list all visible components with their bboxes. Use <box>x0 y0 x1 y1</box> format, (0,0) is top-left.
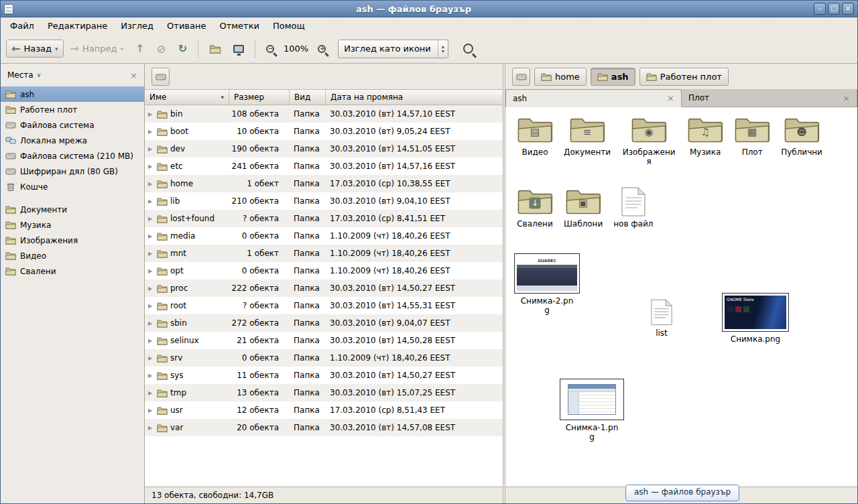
column-header-modified[interactable]: Дата на промяна <box>326 90 503 105</box>
expander-icon[interactable] <box>148 181 154 187</box>
sidebar-place-item[interactable]: Работен плот <box>1 102 144 117</box>
expander-icon[interactable] <box>148 390 154 396</box>
sidebar-place-item[interactable]: Музика <box>1 217 144 233</box>
search-button[interactable] <box>458 40 479 58</box>
expander-icon[interactable] <box>148 338 154 344</box>
tab-ash[interactable]: ash × <box>505 89 682 107</box>
file-snimka-1[interactable]: Снимка-1.png <box>555 379 629 442</box>
back-button[interactable]: ← Назад ▾ <box>6 40 64 58</box>
column-header-type[interactable]: Вид <box>290 90 326 105</box>
up-button[interactable]: ↑ <box>130 40 149 58</box>
column-header-size[interactable]: Размер <box>229 90 290 105</box>
table-row[interactable]: etc 241 обекта Папка 30.03.2010 (вт) 14,… <box>145 158 503 175</box>
table-row[interactable]: selinux 21 обекта Папка 30.03.2010 (вт) … <box>145 332 503 349</box>
expander-icon[interactable] <box>148 111 154 117</box>
sidebar-mode-caret-icon[interactable]: ∨ <box>37 72 42 78</box>
sidebar-place-item[interactable]: Изображения <box>1 233 144 248</box>
back-history-chevron-icon[interactable]: ▾ <box>55 46 58 52</box>
sidebar-place-item[interactable]: Свалени <box>1 263 144 279</box>
menu-item[interactable]: Отиване <box>160 19 212 33</box>
table-row[interactable]: media 0 обекта Папка 1.10.2009 (чт) 18,4… <box>145 227 503 245</box>
expander-icon[interactable] <box>148 146 154 152</box>
forward-button[interactable]: → Напред ▾ <box>65 40 129 58</box>
folder-item[interactable]: ▣ Шаблони <box>560 187 606 229</box>
column-header-name[interactable]: Име ▾ <box>145 90 229 105</box>
folder-item[interactable]: нов файл <box>610 187 656 229</box>
menu-item[interactable]: Редактиране <box>41 19 114 33</box>
file-snimka[interactable]: GNOME Store Снимка.png <box>719 293 792 344</box>
folder-item[interactable]: ♫ Музика <box>684 115 727 157</box>
zoom-out-button[interactable]: − <box>261 41 280 57</box>
file-list-item[interactable]: list <box>625 299 698 338</box>
expander-icon[interactable] <box>148 216 154 222</box>
table-row[interactable]: var 20 обекта Папка 30.03.2010 (вт) 14,5… <box>145 419 503 436</box>
expander-icon[interactable] <box>148 251 154 257</box>
expander-icon[interactable] <box>148 268 154 274</box>
folder-item[interactable]: ◉ Изображения <box>618 115 680 167</box>
table-row[interactable]: lost+found ? обекта Папка 17.03.2010 (ср… <box>145 210 503 227</box>
sidebar-place-item[interactable]: Шифриран дял (80 GB) <box>1 164 144 179</box>
expander-icon[interactable] <box>148 286 154 292</box>
expander-icon[interactable] <box>148 355 154 361</box>
stop-button[interactable]: ⊘ <box>151 40 171 58</box>
table-row[interactable]: dev 190 обекта Папка 30.03.2010 (вт) 14,… <box>145 140 503 158</box>
expander-icon[interactable] <box>148 407 154 414</box>
expander-icon[interactable] <box>148 303 154 309</box>
menu-item[interactable]: Изглед <box>114 19 160 33</box>
path-crumb-button[interactable]: ash <box>591 68 635 86</box>
computer-button[interactable] <box>228 41 249 57</box>
sidebar-place-item[interactable]: Документи <box>1 202 144 217</box>
reload-button[interactable]: ↻ <box>173 40 192 58</box>
menu-item[interactable]: Помощ <box>266 19 312 33</box>
tab-close-icon[interactable]: × <box>843 93 850 103</box>
menu-item[interactable]: Файл <box>3 19 41 33</box>
folder-item[interactable]: ☻ Публични <box>778 115 826 157</box>
expander-icon[interactable] <box>148 198 154 204</box>
table-row[interactable]: boot 10 обекта Папка 30.03.2010 (вт) 9,0… <box>145 123 503 140</box>
table-row[interactable]: lib 210 обекта Папка 30.03.2010 (вт) 9,0… <box>145 192 503 210</box>
root-location-button[interactable] <box>512 68 530 86</box>
zoom-in-button[interactable]: + <box>312 41 331 57</box>
folder-item[interactable]: ▤ Видео <box>513 115 556 157</box>
sidebar-place-item[interactable]: Файлова система (210 MB) <box>1 148 144 164</box>
sidebar-place-item[interactable]: Файлова система <box>1 117 144 133</box>
minimize-button[interactable]: – <box>814 3 826 15</box>
path-crumb-button[interactable]: home <box>534 68 587 86</box>
close-button[interactable]: × <box>842 3 854 15</box>
folder-item[interactable]: ↓ Свалени <box>513 187 556 229</box>
folder-item[interactable]: ▦ Плот <box>731 115 774 157</box>
file-snimka-2[interactable]: GUADEC Снимка-2.png <box>510 253 584 316</box>
view-mode-select[interactable]: Изглед като икони ▴▾ <box>338 40 448 58</box>
sidebar-place-item[interactable]: ash <box>1 86 144 102</box>
table-row[interactable]: srv 0 обекта Папка 1.10.2009 (чт) 18,40,… <box>145 349 503 367</box>
menu-item[interactable]: Отметки <box>212 19 265 33</box>
home-button[interactable] <box>204 40 227 58</box>
table-row[interactable]: mnt 1 обект Папка 1.10.2009 (чт) 18,40,2… <box>145 245 503 262</box>
tab-plot[interactable]: Плот × <box>682 89 857 107</box>
table-row[interactable]: tmp 13 обекта Папка 30.03.2010 (вт) 15,0… <box>145 384 503 401</box>
folder-item[interactable]: ≡ Документи <box>560 115 614 157</box>
sidebar-place-item[interactable]: Видео <box>1 248 144 263</box>
tab-close-icon[interactable]: × <box>667 93 674 103</box>
expander-icon[interactable] <box>148 373 154 379</box>
expander-icon[interactable] <box>148 320 154 326</box>
table-row[interactable]: usr 12 обекта Папка 17.03.2010 (ср) 8,51… <box>145 401 503 419</box>
path-crumb-button[interactable]: Работен плот <box>639 68 729 86</box>
root-location-button[interactable] <box>151 68 170 86</box>
table-row[interactable]: sbin 272 обекта Папка 30.03.2010 (вт) 9,… <box>145 314 503 332</box>
expander-icon[interactable] <box>148 233 154 239</box>
expander-icon[interactable] <box>148 164 154 170</box>
table-row[interactable]: proc 222 обекта Папка 30.03.2010 (вт) 14… <box>145 279 503 297</box>
table-row[interactable]: root ? обекта Папка 30.03.2010 (вт) 14,5… <box>145 297 503 314</box>
table-row[interactable]: sys 11 обекта Папка 30.03.2010 (вт) 14,5… <box>145 367 503 384</box>
table-row[interactable]: bin 108 обекта Папка 30.03.2010 (вт) 14,… <box>145 105 503 123</box>
expander-icon[interactable] <box>148 129 154 135</box>
expander-icon[interactable] <box>148 425 154 431</box>
sidebar-place-item[interactable]: Локална мрежа <box>1 133 144 148</box>
sidebar-close-icon[interactable]: × <box>130 70 137 80</box>
titlebar[interactable]: ash — файлов браузър – □ × <box>1 1 857 17</box>
table-row[interactable]: home 1 обект Папка 17.03.2010 (ср) 10,38… <box>145 175 503 192</box>
table-row[interactable]: opt 0 обекта Папка 1.10.2009 (чт) 18,40,… <box>145 262 503 279</box>
sidebar-place-item[interactable]: Кошче <box>1 179 144 194</box>
maximize-button[interactable]: □ <box>828 3 840 15</box>
